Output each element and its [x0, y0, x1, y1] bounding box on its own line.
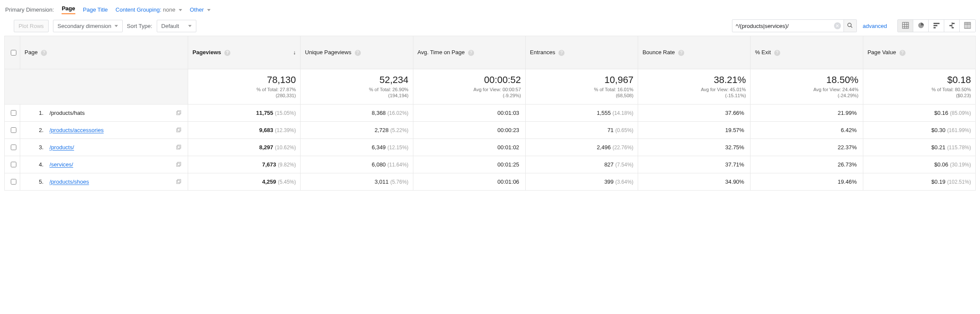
col-avg-time[interactable]: Avg. Time on Page ?	[413, 36, 525, 69]
svg-rect-12	[952, 23, 955, 24]
sort-desc-icon: ↓	[293, 49, 296, 55]
bars-centered-icon	[949, 22, 955, 30]
plot-rows-button[interactable]: Plot Rows	[14, 20, 49, 32]
metric-cell: 1,555(14.18%)	[525, 104, 638, 121]
view-percentage-button[interactable]	[913, 20, 929, 32]
page-path-link[interactable]: /products/	[50, 144, 74, 151]
summary-row: 78,130% of Total: 27.87%(280,331) 52,234…	[5, 69, 976, 105]
row-checkbox[interactable]	[11, 162, 16, 167]
svg-line-1	[851, 26, 853, 28]
row-checkbox-cell	[5, 156, 20, 173]
primary-dimension-page-title[interactable]: Page Title	[83, 6, 108, 13]
metric-cell: 827(7.54%)	[525, 156, 638, 173]
col-page-value[interactable]: Page Value ?	[863, 36, 975, 69]
view-pivot-button[interactable]	[960, 20, 975, 32]
col-pageviews[interactable]: Pageviews ? ↓	[188, 36, 301, 69]
select-all-checkbox[interactable]	[11, 50, 16, 55]
search-button[interactable]	[844, 20, 856, 32]
metric-cell: 71(0.65%)	[525, 121, 638, 139]
primary-dimension-content-grouping[interactable]: Content Grouping: none	[115, 6, 182, 13]
col-entrances[interactable]: Entrances ?	[525, 36, 638, 69]
svg-rect-21	[177, 111, 180, 114]
view-performance-button[interactable]	[929, 20, 944, 32]
secondary-dimension-dropdown[interactable]: Secondary dimension	[53, 20, 123, 32]
search-input[interactable]	[732, 21, 834, 31]
advanced-search-link[interactable]: advanced	[863, 23, 887, 29]
metric-cell: 26.73%	[751, 156, 863, 173]
col-unique-pageviews[interactable]: Unique Pageviews ?	[301, 36, 413, 69]
help-icon[interactable]: ?	[899, 50, 906, 56]
help-icon[interactable]: ?	[224, 50, 230, 56]
pivot-icon	[964, 22, 971, 30]
open-external-icon[interactable]	[176, 144, 182, 150]
metric-cell: 9,683(12.39%)	[188, 121, 301, 139]
table-row: 3./products/8,297(10.62%)6,349(12.15%)00…	[5, 139, 976, 156]
row-checkbox[interactable]	[11, 127, 16, 133]
view-data-table-button[interactable]	[898, 20, 913, 32]
row-checkbox-cell	[5, 104, 20, 121]
metric-cell: 00:01:02	[413, 139, 525, 156]
table-row: 4./services/7,673(9.82%)6,080(11.64%)00:…	[5, 156, 976, 173]
metric-cell: 34.90%	[638, 173, 751, 190]
open-external-icon[interactable]	[176, 127, 182, 133]
metric-cell: 00:00:23	[413, 121, 525, 139]
metric-cell: 00:01:03	[413, 104, 525, 121]
sort-type-dropdown[interactable]: Default	[157, 20, 196, 32]
row-checkbox[interactable]	[11, 179, 16, 185]
page-path-link[interactable]: /products/hats	[50, 110, 85, 116]
page-path-link[interactable]: /services/	[50, 161, 73, 168]
metric-cell: 19.46%	[751, 173, 863, 190]
metric-cell: 7,673(9.82%)	[188, 156, 301, 173]
row-checkbox[interactable]	[11, 110, 16, 116]
row-index: 5.	[20, 179, 50, 185]
svg-rect-2	[902, 22, 909, 28]
svg-rect-22	[177, 129, 180, 132]
chevron-down-icon	[179, 9, 182, 11]
primary-dimension-other[interactable]: Other	[190, 6, 211, 13]
help-icon[interactable]: ?	[41, 50, 47, 56]
help-icon[interactable]: ?	[468, 50, 474, 56]
metric-cell: $0.30(161.99%)	[863, 121, 975, 139]
table-search: ✕	[732, 19, 857, 32]
help-icon[interactable]: ?	[558, 50, 564, 56]
row-page-cell: 3./products/	[20, 139, 188, 156]
row-page-cell: 2./products/accessories	[20, 121, 188, 139]
svg-rect-27	[177, 162, 180, 165]
col-bounce-rate[interactable]: Bounce Rate ?	[638, 36, 751, 69]
row-checkbox[interactable]	[11, 145, 16, 150]
metric-cell: 2,496(22.76%)	[525, 139, 638, 156]
svg-rect-23	[177, 128, 180, 131]
magnifier-icon	[847, 22, 853, 30]
clear-search-button[interactable]: ✕	[834, 22, 841, 29]
help-icon[interactable]: ?	[678, 50, 684, 56]
metric-cell: $0.16(85.09%)	[863, 104, 975, 121]
metric-cell: 6.42%	[751, 121, 863, 139]
pie-icon	[918, 22, 924, 30]
table-row: 5./products/shoes4,259(5.45%)3,011(5.76%…	[5, 173, 976, 190]
svg-rect-14	[952, 27, 954, 28]
help-icon[interactable]: ?	[355, 50, 361, 56]
metric-cell: $0.19(102.51%)	[863, 173, 975, 190]
svg-rect-25	[177, 145, 180, 148]
col-page[interactable]: Page ?	[20, 36, 188, 69]
chevron-down-icon	[207, 9, 211, 11]
col-pct-exit[interactable]: % Exit ?	[751, 36, 863, 69]
page-path-link[interactable]: /products/accessories	[50, 127, 104, 133]
metric-cell: 6,349(12.15%)	[301, 139, 413, 156]
open-external-icon[interactable]	[176, 161, 182, 167]
svg-rect-10	[933, 27, 936, 28]
help-icon[interactable]: ?	[774, 50, 780, 56]
page-path-link[interactable]: /products/shoes	[50, 179, 89, 185]
view-mode-toggle	[897, 19, 976, 32]
open-external-icon[interactable]	[176, 179, 182, 185]
view-comparison-button[interactable]	[944, 20, 960, 32]
row-checkbox-cell	[5, 173, 20, 190]
svg-rect-26	[177, 163, 180, 166]
metric-cell: 37.71%	[638, 156, 751, 173]
open-external-icon[interactable]	[176, 110, 182, 116]
primary-dimension-bar: Primary Dimension: Page Page Title Conte…	[4, 3, 976, 18]
row-page-cell: 4./services/	[20, 156, 188, 173]
svg-rect-24	[177, 146, 180, 149]
primary-dimension-page[interactable]: Page	[62, 5, 75, 14]
row-page-cell: 5./products/shoes	[20, 173, 188, 190]
